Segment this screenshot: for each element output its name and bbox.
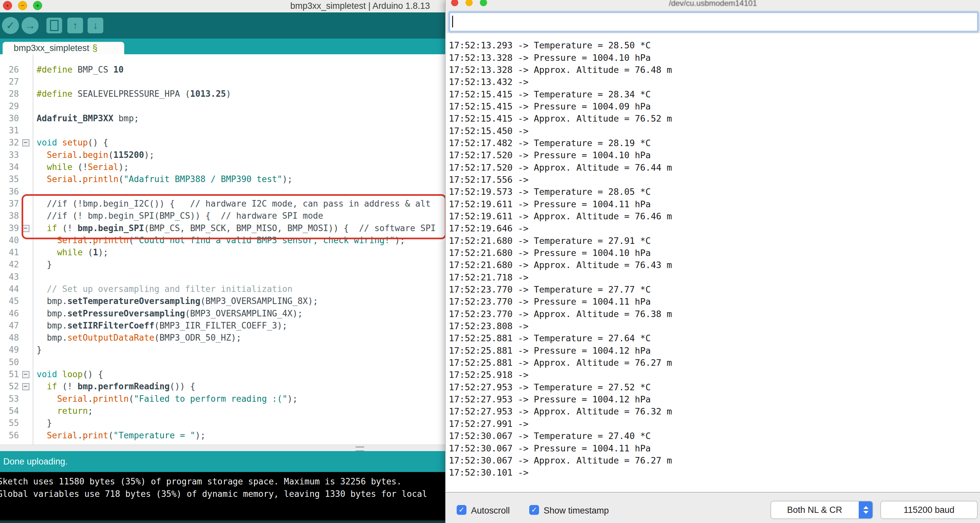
serial-output-line: 17:52:25.881 -> Approx. Altitude = 76.27… — [449, 357, 980, 369]
line-number: 36 — [0, 187, 19, 196]
window-title: bmp3xx_simpletest | Arduino 1.8.13 — [290, 1, 430, 11]
code-line-46: 46 bmp.setPressureOversampling(BMP3_OVER… — [0, 307, 445, 320]
line-number: 29 — [0, 101, 19, 111]
ide-footer-strip — [0, 520, 445, 523]
serial-output-line: 17:52:27.953 -> Approx. Altitude = 76.32… — [449, 405, 980, 417]
console-divider[interactable] — [0, 445, 445, 451]
code-line-37: 37 //if (!bmp.begin_I2C()) { // hardware… — [0, 197, 445, 210]
tab-bmp3xx-simpletest[interactable]: bmp3xx_simpletest § — [3, 42, 124, 54]
serial-send-input[interactable] — [449, 13, 978, 31]
code-text: } — [32, 345, 42, 354]
serial-output-line: 17:52:27.953 -> Temperature = 27.52 *C — [449, 381, 980, 393]
tab-modified-symbol: § — [92, 43, 97, 53]
line-number: 51 — [0, 369, 19, 379]
line-number: 38 — [0, 211, 19, 221]
serial-output-line: 17:52:13.328 -> Pressure = 1004.10 hPa — [449, 51, 980, 64]
serial-output-line: 17:52:30.067 -> Temperature = 27.40 *C — [449, 430, 980, 442]
serial-output-line: 17:52:23.808 -> — [449, 320, 980, 332]
line-number: 53 — [0, 394, 19, 404]
code-text: while (1); — [32, 248, 108, 257]
serial-output-line: 17:52:13.432 -> — [449, 76, 980, 88]
serial-output-line: 17:52:17.520 -> Pressure = 1004.10 hPa — [449, 149, 980, 161]
code-line-44: 44 // Set up oversampling and filter ini… — [0, 283, 445, 295]
minimize-window-icon[interactable]: − — [18, 1, 27, 10]
serial-output-line: 17:52:25.881 -> Pressure = 1004.12 hPa — [449, 345, 980, 357]
line-number: 54 — [0, 406, 19, 416]
code-line-47: 47 bmp.setIIRFilterCoeff(BMP3_IIR_FILTER… — [0, 320, 445, 331]
code-editor[interactable]: 26#define BMP_CS 102728#define SEALEVELP… — [0, 54, 445, 445]
code-text: Serial.begin(115200); — [32, 150, 154, 160]
line-number: 41 — [0, 248, 19, 257]
console-lines: Sketch uses 11580 bytes (35%) of program… — [0, 475, 445, 500]
serial-output-line: 17:52:23.770 -> Temperature = 27.77 *C — [449, 283, 980, 296]
code-text: } — [32, 418, 52, 428]
line-number: 40 — [0, 235, 19, 245]
line-ending-select[interactable]: Both NL & CR — [770, 501, 873, 519]
upload-icon[interactable]: → — [22, 17, 38, 34]
code-text: return; — [32, 406, 93, 416]
code-text: Serial.println("Adafruit BMP388 / BMP390… — [32, 174, 293, 184]
code-line-48: 48 bmp.setOutputDataRate(BMP3_ODR_50_HZ)… — [0, 332, 445, 344]
serial-output-line: 17:52:21.718 -> — [449, 271, 980, 283]
serial-output-line: 17:52:25.881 -> Temperature = 27.64 *C — [449, 332, 980, 344]
serial-output-line: 17:52:15.415 -> Pressure = 1004.09 hPa — [449, 100, 980, 113]
serial-input-row — [445, 10, 980, 33]
code-line-29: 29 — [0, 100, 445, 112]
code-text: if (! bmp.performReading()) { — [32, 382, 195, 391]
autoscroll-checkbox[interactable]: ✓ — [457, 505, 466, 515]
code-text: #define SEALEVELPRESSURE_HPA (1013.25) — [32, 89, 231, 99]
code-line-55: 55 } — [0, 417, 445, 429]
line-ending-value: Both NL & CR — [787, 505, 857, 515]
console-line: Global variables use 718 bytes (35%) of … — [0, 488, 445, 500]
serial-output-line: 17:52:25.918 -> — [449, 369, 980, 381]
line-number: 42 — [0, 259, 19, 269]
serial-output-line: 17:52:21.680 -> Approx. Altitude = 76.43… — [449, 259, 980, 271]
show-timestamp-checkbox[interactable]: ✓ — [529, 505, 539, 515]
arduino-ide-window: • − + bmp3xx_simpletest | Arduino 1.8.13… — [0, 0, 445, 523]
code-line-34: 34 while (!Serial); — [0, 161, 445, 173]
serial-monitor-titlebar[interactable]: /dev/cu.usbmodem14101 — [445, 0, 980, 10]
arduino-toolbar: ✓ → ↑ ↓ — [0, 13, 445, 38]
code-line-56: 56 Serial.print("Temperature = "); — [0, 429, 445, 441]
line-number: 33 — [0, 150, 19, 160]
line-number: 56 — [0, 431, 19, 440]
code-text: bmp.setOutputDataRate(BMP3_ODR_50_HZ); — [32, 333, 241, 343]
serial-output-line: 17:52:17.556 -> — [449, 173, 980, 186]
close-window-icon[interactable]: • — [3, 1, 12, 10]
serial-output-line: 17:52:19.611 -> Approx. Altitude = 76.46… — [449, 210, 980, 222]
serial-output-line: 17:52:23.770 -> Pressure = 1004.11 hPa — [449, 296, 980, 308]
serial-output-line: 17:52:15.415 -> Temperature = 28.34 *C — [449, 88, 980, 100]
save-icon[interactable]: ↓ — [88, 17, 103, 33]
verify-icon[interactable]: ✓ — [2, 17, 19, 34]
open-icon[interactable]: ↑ — [67, 17, 83, 33]
code-text: Adafruit_BMP3XX bmp; — [32, 113, 139, 123]
document-glyph — [50, 20, 59, 31]
code-text: bmp.setIIRFilterCoeff(BMP3_IIR_FILTER_CO… — [32, 321, 287, 331]
code-line-50: 50 — [0, 356, 445, 368]
serial-output-line: 17:52:19.573 -> Temperature = 28.05 *C — [449, 186, 980, 198]
line-number: 52 — [0, 382, 19, 391]
screen: • − + bmp3xx_simpletest | Arduino 1.8.13… — [0, 0, 980, 523]
code-text: //if (! bmp.begin_SPI(BMP_CS)) { // hard… — [32, 211, 323, 221]
serial-output-line: 17:52:15.450 -> — [449, 124, 980, 137]
arduino-titlebar[interactable]: • − + bmp3xx_simpletest | Arduino 1.8.13 — [0, 0, 445, 13]
divider-grip-icon[interactable] — [356, 447, 364, 451]
line-number: 47 — [0, 321, 19, 331]
show-timestamp-label: Show timestamp — [544, 506, 609, 516]
code-line-43: 43 — [0, 271, 445, 283]
line-number: 31 — [0, 126, 19, 135]
build-console[interactable]: Sketch uses 11580 bytes (35%) of program… — [0, 472, 445, 520]
new-sketch-icon[interactable] — [46, 17, 62, 33]
serial-output-line: 17:52:21.680 -> Temperature = 27.91 *C — [449, 235, 980, 247]
line-number: 28 — [0, 89, 19, 99]
zoom-window-icon[interactable]: + — [33, 1, 42, 10]
line-number: 32 — [0, 138, 19, 148]
serial-output-area[interactable]: 17:52:13.293 -> Temperature = 28.50 *C17… — [445, 33, 980, 492]
line-number: 27 — [0, 77, 19, 87]
code-line-40: 40 Serial.println("Could not find a vali… — [0, 234, 445, 246]
baud-rate-select[interactable]: 115200 baud — [880, 501, 978, 519]
console-line: Sketch uses 11580 bytes (35%) of program… — [0, 475, 445, 488]
code-line-27: 27 — [0, 76, 445, 87]
line-number: 30 — [0, 113, 19, 123]
code-line-53: 53 Serial.println("Failed to perform rea… — [0, 393, 445, 405]
